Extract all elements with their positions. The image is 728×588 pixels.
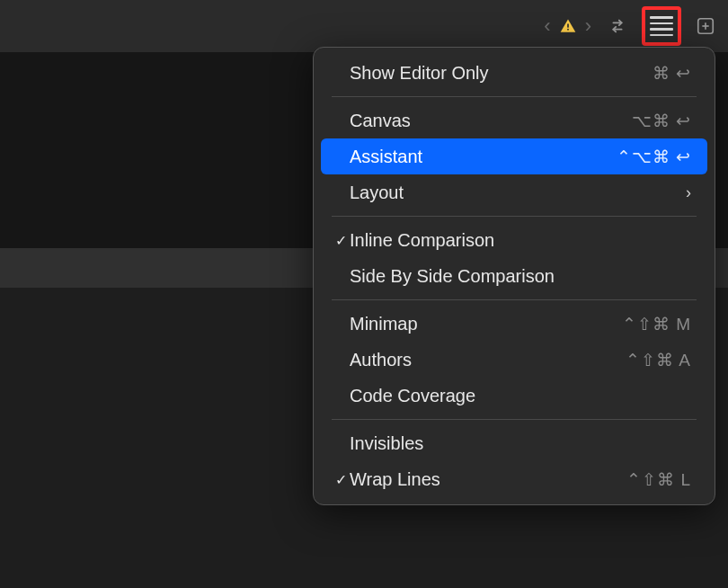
menu-item-show-editor-only[interactable]: Show Editor Only⌘ ↩ <box>321 55 707 91</box>
menu-divider <box>332 419 697 420</box>
swap-icon[interactable] <box>604 13 631 40</box>
nav-forward-icon[interactable]: › <box>583 14 593 38</box>
adjust-editor-options-button[interactable] <box>642 6 681 46</box>
warning-icon[interactable] <box>555 13 582 40</box>
checkmark-icon: ✓ <box>332 471 350 488</box>
menu-item-label: Side By Side Comparison <box>350 266 691 287</box>
menu-item-shortcut: ⌃⌥⌘ ↩ <box>617 147 691 167</box>
menu-item-side-by-side-comparison[interactable]: Side By Side Comparison <box>321 258 707 294</box>
menu-item-label: Inline Comparison <box>350 230 691 251</box>
menu-item-code-coverage[interactable]: Code Coverage <box>321 378 707 414</box>
svg-rect-1 <box>567 29 569 31</box>
menu-divider <box>332 216 697 217</box>
svg-rect-0 <box>567 24 569 28</box>
menu-divider <box>332 96 697 97</box>
menu-item-minimap[interactable]: Minimap⌃⇧⌘ M <box>321 306 707 342</box>
menu-item-label: Code Coverage <box>350 386 691 406</box>
lines-icon <box>650 16 673 36</box>
checkmark-icon: ✓ <box>332 232 350 249</box>
editor-options-menu: Show Editor Only⌘ ↩Canvas⌥⌘ ↩Assistant⌃⌥… <box>313 47 715 505</box>
menu-item-authors[interactable]: Authors⌃⇧⌘ A <box>321 342 707 378</box>
menu-item-canvas[interactable]: Canvas⌥⌘ ↩ <box>321 102 707 138</box>
menu-item-label: Wrap Lines <box>350 469 626 490</box>
menu-item-shortcut: ⌃⇧⌘ A <box>626 350 691 370</box>
menu-item-label: Show Editor Only <box>350 63 653 84</box>
menu-item-label: Canvas <box>350 111 632 131</box>
menu-item-shortcut: ⌃⇧⌘ L <box>626 469 691 490</box>
menu-item-shortcut: ⌥⌘ ↩ <box>632 111 691 131</box>
menu-item-label: Minimap <box>350 314 622 334</box>
menu-item-wrap-lines[interactable]: ✓Wrap Lines⌃⇧⌘ L <box>321 461 707 497</box>
menu-item-label: Layout <box>350 183 686 203</box>
chevron-right-icon: › <box>686 183 691 202</box>
menu-item-layout[interactable]: Layout› <box>321 174 707 210</box>
editor-toolbar: ‹ › <box>0 0 728 52</box>
menu-item-label: Invisibles <box>350 433 691 454</box>
add-editor-icon[interactable] <box>692 13 719 40</box>
nav-back-icon[interactable]: ‹ <box>542 14 552 38</box>
menu-item-assistant[interactable]: Assistant⌃⌥⌘ ↩ <box>321 138 707 174</box>
menu-item-label: Authors <box>350 350 626 370</box>
menu-item-label: Assistant <box>350 147 617 167</box>
nav-history: ‹ › <box>542 13 593 40</box>
menu-item-shortcut: ⌃⇧⌘ M <box>622 314 691 334</box>
menu-divider <box>332 299 697 300</box>
menu-item-inline-comparison[interactable]: ✓Inline Comparison <box>321 222 707 258</box>
menu-item-shortcut: ⌘ ↩ <box>653 63 691 84</box>
menu-item-invisibles[interactable]: Invisibles <box>321 425 707 461</box>
